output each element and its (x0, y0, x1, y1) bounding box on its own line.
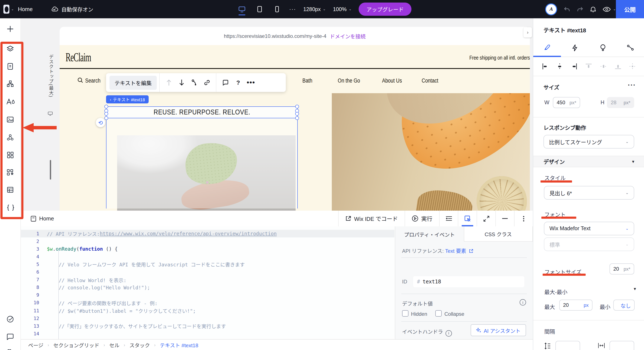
selected-text-element[interactable]: REUSE. REPURPOSE. RELOVE. (106, 106, 298, 118)
code-line[interactable]: 2 (20, 237, 394, 245)
site-header[interactable]: ReClaim Free shipping on all intl. order… (60, 45, 530, 69)
font-family-dropdown[interactable]: Wix Madefor Text⌄ (544, 222, 634, 235)
link-icon[interactable] (200, 76, 214, 89)
tab-properties-events[interactable]: プロパティ・イベント (395, 226, 464, 242)
more-breakpoints-icon[interactable]: ··· (289, 6, 296, 12)
align-bottom-icon[interactable] (614, 63, 622, 69)
text-style-dropdown[interactable]: 見出し 6*⌄ (544, 186, 634, 200)
help-question-icon[interactable]: ? (232, 76, 244, 89)
app-market-icon[interactable] (6, 169, 14, 176)
minmax-collapse-icon[interactable]: ▼ (633, 287, 637, 291)
resize-handle[interactable] (104, 105, 108, 108)
layers-icon[interactable] (6, 45, 14, 53)
add-elements-icon[interactable] (6, 25, 14, 33)
tab-design-brush[interactable] (533, 39, 561, 57)
breadcrumb-page[interactable]: ページ (28, 342, 44, 349)
mobile-breakpoint-button[interactable] (272, 4, 282, 14)
publish-button[interactable]: 公開 (616, 0, 644, 18)
resize-handle[interactable] (104, 112, 108, 116)
font-size-input[interactable]: 20px* (610, 263, 634, 275)
max-size-input[interactable]: 20px (559, 300, 592, 311)
page-selector[interactable]: Home ⌄ (18, 0, 55, 18)
search-icon[interactable] (78, 77, 83, 83)
code-line[interactable]: 14 (20, 330, 394, 338)
edit-text-button[interactable]: テキストを編集 (110, 75, 157, 90)
align-center-both-icon[interactable] (629, 63, 636, 69)
minimize-panel-icon[interactable] (495, 211, 514, 226)
typography-theme-icon[interactable] (6, 98, 14, 106)
tab-connect-data[interactable] (617, 39, 644, 57)
line-height-input[interactable] (556, 341, 580, 350)
tab-css-classes[interactable]: CSS クラス (464, 226, 533, 242)
pages-icon[interactable] (6, 62, 14, 70)
code-line[interactable]: 7 // Hellow World! を表示: (20, 276, 394, 284)
width-input[interactable]: 450px* (553, 97, 580, 108)
breadcrumb-current[interactable]: テキスト #text18 (160, 342, 198, 349)
code-line[interactable]: 12 (20, 315, 394, 322)
collapse-panel-button[interactable]: › (524, 27, 532, 37)
breadcrumb-cell[interactable]: セル (109, 342, 120, 349)
media-image-icon[interactable] (6, 116, 14, 123)
expand-panel-icon[interactable] (476, 211, 495, 226)
tablet-breakpoint-button[interactable] (254, 4, 264, 14)
logo-chevron-icon[interactable]: ⌄ (11, 7, 14, 11)
site-logo[interactable]: ReClaim (66, 50, 91, 64)
align-left-icon[interactable] (542, 63, 548, 69)
tab-inspiration[interactable] (589, 39, 617, 57)
breakpoint-width-dropdown[interactable]: 1280px⌄ (303, 6, 326, 12)
desktop-breakpoint-button[interactable] (237, 4, 247, 14)
site-checker-icon[interactable] (6, 315, 14, 323)
min-size-input[interactable]: なし (613, 300, 635, 311)
resize-handle[interactable] (295, 112, 299, 116)
align-top-icon[interactable] (586, 63, 592, 69)
code-braces-icon[interactable] (6, 204, 14, 212)
sitemap-icon[interactable] (6, 80, 14, 88)
more-options-icon[interactable]: ••• (244, 76, 257, 89)
code-tab-home[interactable]: Home (31, 211, 54, 226)
ai-assistant-button[interactable]: AI アシスタント (471, 324, 526, 336)
nav-item-on-the-go[interactable]: On the Go (338, 77, 360, 84)
code-line[interactable]: 1// API リファレンス:https://www.wix.com/velo/… (20, 230, 394, 237)
anchor-icon[interactable] (188, 76, 200, 89)
format-code-icon[interactable] (439, 211, 458, 226)
autosave-status[interactable]: 自動保存オン (51, 0, 93, 18)
breadcrumb-section-grid[interactable]: セクショングリッド (53, 342, 99, 349)
selected-element-badge[interactable]: ‹ テキスト #text18 (106, 95, 149, 103)
responsive-behavior-dropdown[interactable]: 比例してスケーリング⌄ (544, 135, 634, 148)
api-reference-link[interactable]: Text 要素 (445, 248, 466, 254)
element-select-mode-icon[interactable] (458, 211, 476, 226)
tab-interactions[interactable] (561, 39, 589, 57)
code-line[interactable]: 4 (20, 253, 394, 261)
code-line[interactable]: 11 // $w("#button1").label = "クリックしてください… (20, 307, 394, 315)
panel-more-options-icon[interactable] (514, 211, 533, 226)
comments-icon[interactable] (6, 333, 14, 341)
preview-eye-dropdown[interactable]: ⌄ (603, 6, 616, 12)
align-middle-icon[interactable] (600, 63, 607, 69)
collapse-checkbox[interactable]: Collapse (436, 311, 464, 317)
open-wix-ide-button[interactable]: Wix IDE でコード (338, 211, 405, 226)
design-section-header[interactable]: デザイン ▼ (533, 156, 644, 167)
resize-handle[interactable] (104, 116, 108, 120)
align-center-h-icon[interactable] (556, 63, 563, 69)
resize-handle[interactable] (295, 105, 299, 108)
connections-icon[interactable] (6, 134, 14, 141)
notifications-bell-icon[interactable] (590, 6, 596, 12)
code-line[interactable]: 8 // console.log("Hello World!"); (20, 284, 394, 291)
code-line[interactable]: 3$w.onReady(function () { (20, 245, 394, 253)
zoom-level-dropdown[interactable]: 100%⌄ (333, 6, 352, 12)
code-line[interactable]: 15}); (20, 338, 394, 339)
breadcrumb-stack[interactable]: スタック (130, 342, 150, 349)
comment-bubble-icon[interactable] (219, 76, 232, 89)
wix-studio-logo-icon[interactable] (4, 5, 9, 14)
letter-spacing-input[interactable] (610, 341, 634, 350)
size-more-icon[interactable]: ··· (628, 81, 636, 89)
hidden-checkbox[interactable]: Hidden (402, 311, 427, 317)
move-up-icon[interactable] (162, 76, 175, 89)
cms-database-icon[interactable] (6, 186, 14, 194)
rotate-button[interactable]: ⟲ (96, 118, 105, 127)
nav-item-bath[interactable]: Bath (302, 77, 312, 84)
code-line[interactable]: 10 // ページ要素の関数を呼び出します - 例: (20, 299, 394, 307)
element-id-input[interactable]: # text18 (413, 276, 524, 287)
code-line[interactable]: 5 // Velo フレームワーク API を使用して Javascript コ… (20, 261, 394, 268)
code-line[interactable]: 13 //「実行」をクリックするか、サイトをプレビューしてコードを実行します (20, 322, 394, 330)
